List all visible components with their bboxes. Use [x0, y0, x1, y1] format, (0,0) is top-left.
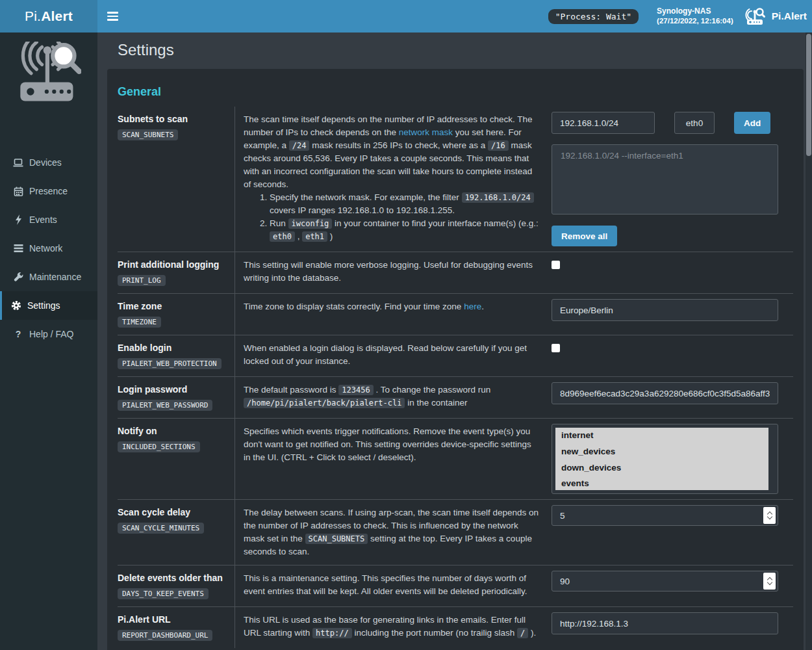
notify-on-multiselect[interactable]: internet new_devices down_devices events [555, 428, 768, 490]
setting-description: Time zone to display stats correctly. Fi… [235, 294, 552, 335]
inline-link[interactable]: network mask [399, 127, 453, 137]
notify-option-new-devices[interactable]: new_devices [555, 444, 768, 460]
number-stepper[interactable] [763, 573, 776, 590]
setting-key-badge: TIMEZONE [118, 317, 161, 328]
interface-input[interactable] [674, 112, 715, 134]
setting-label: Delete events older than [118, 573, 225, 583]
maintenance-icon [12, 272, 25, 282]
navbar-brand: Pi.Alert [772, 10, 807, 22]
sidebar-item-label: Help / FAQ [29, 329, 73, 339]
sidebar-item-label: Settings [27, 300, 60, 311]
remove-all-button[interactable]: Remove all [552, 226, 617, 246]
print-log-checkbox[interactable] [552, 261, 560, 269]
scan-cycle-input[interactable] [552, 505, 778, 526]
notify-option-down-devices[interactable]: down_devices [555, 460, 768, 476]
sidebar-item-events[interactable]: Events [0, 205, 97, 234]
setting-row-subnets: Subnets to scan SCAN_SUBNETS The scan ti… [118, 107, 793, 252]
login-password-input[interactable] [552, 382, 778, 404]
sidebar-item-label: Presence [29, 186, 68, 196]
setting-row-print-log: Print additional logging PRINT_LOG This … [118, 252, 793, 293]
help-question-icon: ? [12, 329, 25, 339]
setting-description: This is a maintenance setting. This spec… [235, 566, 552, 606]
events-icon [12, 214, 25, 225]
host-timestamp: (27/12/2022, 12:16:04) [657, 16, 733, 26]
setting-row-pialert-url: Pi.Alert URL REPORT_DASHBOARD_URL This U… [118, 606, 793, 648]
host-info: Synology-NAS (27/12/2022, 12:16:04) [657, 6, 733, 26]
pialert-logo-image [0, 32, 97, 117]
sidebar-item-presence[interactable]: Presence [0, 177, 97, 205]
setting-label: Time zone [118, 301, 225, 311]
subnet-entry[interactable]: 192.168.1.0/24 --interface=eth1 [561, 151, 769, 161]
sidebar-item-help[interactable]: ? Help / FAQ [0, 320, 97, 348]
devices-icon [12, 158, 25, 168]
sidebar-item-label: Network [29, 243, 62, 254]
page-title: Settings [97, 32, 807, 69]
sidebar-item-label: Maintenance [29, 272, 81, 282]
app-logo-bold: Alert [41, 8, 73, 24]
setting-description: The delay between scans. If using arp-sc… [235, 500, 552, 565]
setting-key-badge: SCAN_SUBNETS [118, 129, 178, 140]
add-subnet-button[interactable]: Add [734, 112, 770, 134]
setting-key-badge: SCAN_CYCLE_MINUTES [118, 523, 204, 534]
top-navbar: Pi.Alert "Process: Wait" Synology-NAS (2… [0, 0, 812, 32]
setting-key-badge: REPORT_DASHBOARD_URL [118, 630, 212, 641]
general-section-heading: General [118, 85, 793, 99]
notify-option-internet[interactable]: internet [555, 428, 768, 444]
general-panel: General Subnets to scan SCAN_SUBNETS The… [107, 69, 804, 650]
subnets-step-1: Specify the network mask. For example, t… [270, 191, 539, 217]
sidebar-item-settings[interactable]: Settings [0, 291, 97, 320]
sidebar-item-devices[interactable]: Devices [0, 148, 97, 177]
vertical-scrollbar[interactable] [806, 32, 812, 650]
router-scan-icon [745, 6, 767, 27]
dashboard-url-input[interactable] [552, 612, 778, 634]
sidebar-item-label: Events [29, 214, 57, 225]
settings-gear-icon [10, 300, 23, 311]
sidebar: Devices Presence Events Network Maintena… [0, 32, 97, 650]
setting-row-scan-cycle: Scan cycle delay SCAN_CYCLE_MINUTES The … [118, 499, 793, 565]
app-logo: Pi.Alert [0, 0, 97, 32]
app-logo-prefix: Pi. [25, 8, 41, 24]
setting-description: This setting will enable more verbose lo… [235, 252, 552, 293]
number-stepper[interactable] [763, 507, 776, 524]
main-content: Settings General Subnets to scan SCAN_SU… [97, 32, 807, 650]
setting-label: Scan cycle delay [118, 507, 225, 517]
general-settings-table: Subnets to scan SCAN_SUBNETS The scan ti… [118, 107, 793, 648]
setting-key-badge: PIALERT_WEB_PROTECTION [118, 358, 222, 369]
sidebar-item-label: Devices [29, 157, 62, 168]
process-status-badge: "Process: Wait" [548, 9, 639, 24]
scrollbar-thumb[interactable] [806, 34, 811, 156]
setting-row-enable-login: Enable login PIALERT_WEB_PROTECTION When… [118, 335, 793, 376]
setting-key-badge: PRINT_LOG [118, 275, 166, 286]
inline-link[interactable]: here [464, 302, 481, 311]
notify-option-events[interactable]: events [555, 476, 768, 490]
setting-label: Notify on [118, 426, 225, 436]
setting-label: Subnets to scan [118, 114, 225, 124]
setting-row-login-password: Login password PIALERT_WEB_PASSWORD The … [118, 376, 793, 418]
timezone-input[interactable] [552, 299, 778, 321]
presence-icon [12, 187, 25, 196]
setting-label: Login password [118, 384, 225, 395]
host-name: Synology-NAS [657, 6, 733, 16]
notify-on-select-container: internet new_devices down_devices events [552, 424, 778, 494]
enable-login-checkbox[interactable] [552, 344, 560, 352]
subnet-input[interactable] [552, 112, 655, 134]
keep-days-input[interactable] [552, 571, 778, 592]
setting-row-delete-events: Delete events older than DAYS_TO_KEEP_EV… [118, 565, 793, 606]
setting-label: Print additional logging [118, 259, 225, 270]
setting-row-notify-on: Notify on INCLUDED_SECTIONS Specifies wh… [118, 418, 793, 499]
setting-description: When enabled a login dialog is displayed… [235, 335, 552, 376]
setting-description: The default password is 123456 . To chan… [235, 377, 552, 418]
setting-key-badge: PIALERT_WEB_PASSWORD [118, 400, 212, 411]
sidebar-item-maintenance[interactable]: Maintenance [0, 263, 97, 291]
setting-key-badge: INCLUDED_SECTIONS [118, 441, 200, 452]
sidebar-toggle-icon[interactable] [97, 0, 127, 32]
setting-description: The scan time itself depends on the numb… [235, 107, 552, 252]
setting-label: Pi.Alert URL [118, 614, 225, 625]
sidebar-item-network[interactable]: Network [0, 234, 97, 263]
network-icon [12, 244, 25, 253]
subnet-entries-list[interactable]: 192.168.1.0/24 --interface=eth1 [552, 144, 778, 214]
setting-row-timezone: Time zone TIMEZONE Time zone to display … [118, 293, 793, 335]
setting-label: Enable login [118, 343, 225, 353]
setting-key-badge: DAYS_TO_KEEP_EVENTS [118, 588, 209, 599]
setting-description: This URL is used as the base for generat… [235, 607, 552, 648]
